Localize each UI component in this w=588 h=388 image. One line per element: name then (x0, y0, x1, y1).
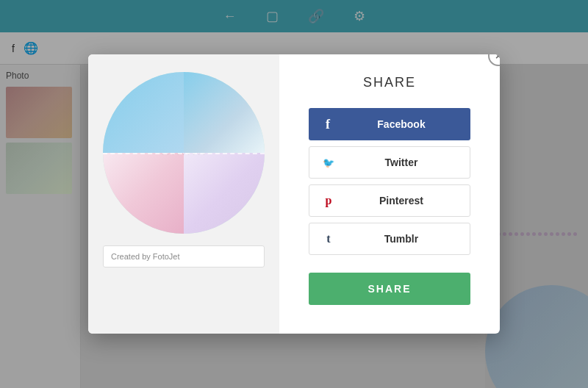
tumblr-button[interactable]: t Tumblr (309, 223, 470, 255)
twitter-label: Twitter (345, 157, 458, 168)
twitter-icon: 🐦 (321, 157, 336, 168)
tumblr-label: Tumblr (345, 233, 458, 245)
facebook-icon: f (320, 117, 335, 132)
pinterest-button[interactable]: p Pinterest (309, 184, 470, 217)
collage-cell-2 (184, 72, 265, 153)
share-modal: × · · · · · · · · · Created by FotoJet S… (88, 54, 500, 334)
pinterest-label: Pinterest (345, 195, 458, 206)
share-submit-label: SHARE (368, 283, 411, 295)
tumblr-icon: t (321, 232, 336, 245)
collage-cell-3 (103, 153, 184, 234)
collage-preview: · · · · · · · · · (103, 72, 265, 234)
share-title: SHARE (363, 75, 416, 90)
facebook-label: Facebook (344, 118, 459, 130)
collage-text-overlay: · · · · · · · · · (162, 149, 206, 157)
share-submit-button[interactable]: SHARE (309, 273, 470, 305)
collage-cell-4 (184, 153, 265, 234)
pinterest-icon: p (321, 194, 336, 207)
facebook-button[interactable]: f Facebook (309, 108, 470, 140)
caption-input[interactable]: Created by FotoJet (103, 245, 265, 267)
collage-cell-1 (103, 72, 184, 153)
caption-text: Created by FotoJet (111, 252, 180, 261)
modal-share-panel: SHARE f Facebook 🐦 Twitter p Pinterest t… (279, 54, 500, 334)
modal-overlay: × · · · · · · · · · Created by FotoJet S… (0, 0, 588, 388)
twitter-button[interactable]: 🐦 Twitter (309, 146, 470, 179)
modal-preview-panel: · · · · · · · · · Created by FotoJet (88, 54, 279, 334)
